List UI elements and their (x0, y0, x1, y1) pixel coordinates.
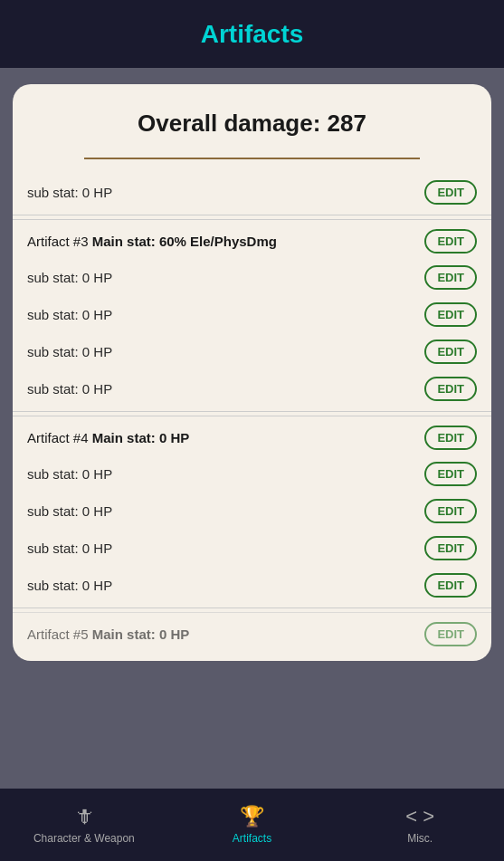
trophy-icon: 🏆 (240, 805, 264, 828)
page-title: Artifacts (201, 20, 304, 49)
artifact-4-title: Artifact #4 Main stat: 0 HP (27, 430, 189, 445)
artifact-4-substat-3-row: sub stat: 0 HP EDIT (13, 530, 491, 567)
artifact-3-substat-3-row: sub stat: 0 HP EDIT (13, 333, 491, 370)
artifact-4-substat-2-edit-button[interactable]: EDIT (424, 499, 477, 523)
artifact-3-title: Artifact #3 Main stat: 60% Ele/PhysDmg (27, 234, 277, 249)
artifact-4-substat-4-text: sub stat: 0 HP (27, 578, 112, 593)
nav-label-misc: Misc. (407, 832, 433, 845)
top-substat-text: sub stat: 0 HP (27, 185, 112, 200)
top-substat-edit-button[interactable]: EDIT (424, 180, 477, 205)
nav-item-artifacts[interactable]: 🏆 Artifacts (168, 805, 337, 845)
artifact-3-substat-2-edit-button[interactable]: EDIT (424, 302, 477, 327)
artifact-4-substat-2-text: sub stat: 0 HP (27, 503, 112, 519)
artifact-3-substat-1-text: sub stat: 0 HP (27, 270, 112, 285)
artifact-4-substat-1-edit-button[interactable]: EDIT (424, 462, 477, 486)
artifact-3-substat-3-text: sub stat: 0 HP (27, 344, 112, 359)
artifact-4-substat-3-text: sub stat: 0 HP (27, 541, 112, 556)
bottom-nav: 🗡 Character & Weapon 🏆 Artifacts < > Mis… (0, 789, 504, 861)
top-substat-row: sub stat: 0 HP EDIT (13, 174, 491, 211)
artifact-3-substat-4-row: sub stat: 0 HP EDIT (13, 370, 491, 407)
nav-label-character-weapon: Character & Weapon (33, 832, 135, 845)
artifact-4-header: Artifact #4 Main stat: 0 HP EDIT (13, 416, 491, 455)
artifact-4-substat-4-edit-button[interactable]: EDIT (424, 573, 477, 598)
artifact-5-main-edit-button[interactable]: EDIT (424, 622, 477, 646)
header-divider (84, 158, 419, 159)
artifact-3-substat-4-text: sub stat: 0 HP (27, 381, 112, 397)
nav-item-character-weapon[interactable]: 🗡 Character & Weapon (0, 805, 168, 845)
section-divider-2 (13, 411, 491, 412)
artifact-4-substat-3-edit-button[interactable]: EDIT (424, 536, 477, 560)
overall-damage-label: Overall damage: 287 (13, 84, 491, 147)
artifact-4-substat-4-row: sub stat: 0 HP EDIT (13, 567, 491, 604)
nav-label-artifacts: Artifacts (233, 832, 271, 845)
artifact-3-substat-1-row: sub stat: 0 HP EDIT (13, 259, 491, 296)
main-content: Overall damage: 287 sub stat: 0 HP EDIT … (0, 68, 504, 789)
artifact-4-substat-1-text: sub stat: 0 HP (27, 466, 112, 482)
artifact-3-header: Artifact #3 Main stat: 60% Ele/PhysDmg E… (13, 219, 491, 259)
artifact-3-substat-2-row: sub stat: 0 HP EDIT (13, 296, 491, 333)
section-divider-1 (13, 215, 491, 215)
app-header: Artifacts (0, 0, 504, 68)
artifact-3-substat-1-edit-button[interactable]: EDIT (424, 265, 477, 290)
artifacts-card: Overall damage: 287 sub stat: 0 HP EDIT … (13, 84, 491, 661)
artifact-3-substat-2-text: sub stat: 0 HP (27, 307, 112, 322)
artifact-4-substat-1-row: sub stat: 0 HP EDIT (13, 455, 491, 493)
artifact-4-main-edit-button[interactable]: EDIT (424, 426, 477, 450)
section-divider-3 (13, 607, 491, 608)
code-icon: < > (405, 805, 434, 828)
artifact-5-header: Artifact #5 Main stat: 0 HP EDIT (13, 612, 491, 652)
artifact-4-substat-2-row: sub stat: 0 HP EDIT (13, 493, 491, 530)
sword-icon: 🗡 (74, 805, 94, 828)
nav-item-misc[interactable]: < > Misc. (336, 805, 504, 845)
artifact-3-substat-3-edit-button[interactable]: EDIT (424, 340, 477, 364)
artifact-3-substat-4-edit-button[interactable]: EDIT (424, 377, 477, 401)
artifact-5-title: Artifact #5 Main stat: 0 HP (27, 627, 189, 642)
artifact-3-main-edit-button[interactable]: EDIT (424, 229, 477, 254)
